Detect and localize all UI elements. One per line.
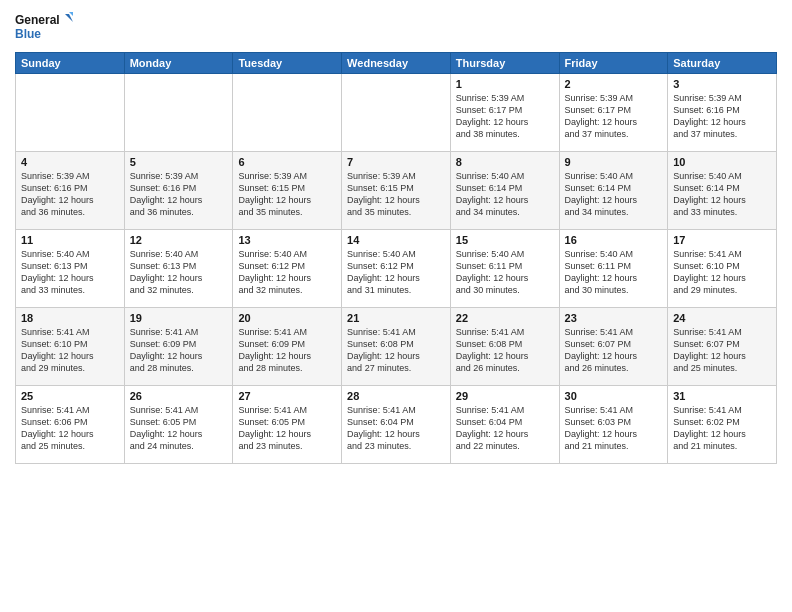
day-header-friday: Friday bbox=[559, 53, 668, 74]
week-row-5: 25Sunrise: 5:41 AM Sunset: 6:06 PM Dayli… bbox=[16, 386, 777, 464]
day-number: 1 bbox=[456, 78, 554, 90]
day-info: Sunrise: 5:41 AM Sunset: 6:03 PM Dayligh… bbox=[565, 404, 663, 453]
day-info: Sunrise: 5:41 AM Sunset: 6:09 PM Dayligh… bbox=[130, 326, 228, 375]
calendar-cell: 19Sunrise: 5:41 AM Sunset: 6:09 PM Dayli… bbox=[124, 308, 233, 386]
day-info: Sunrise: 5:41 AM Sunset: 6:07 PM Dayligh… bbox=[673, 326, 771, 375]
day-number: 10 bbox=[673, 156, 771, 168]
calendar-cell: 18Sunrise: 5:41 AM Sunset: 6:10 PM Dayli… bbox=[16, 308, 125, 386]
day-number: 13 bbox=[238, 234, 336, 246]
calendar-cell: 4Sunrise: 5:39 AM Sunset: 6:16 PM Daylig… bbox=[16, 152, 125, 230]
day-number: 23 bbox=[565, 312, 663, 324]
calendar-cell bbox=[16, 74, 125, 152]
day-number: 12 bbox=[130, 234, 228, 246]
day-info: Sunrise: 5:41 AM Sunset: 6:09 PM Dayligh… bbox=[238, 326, 336, 375]
day-info: Sunrise: 5:40 AM Sunset: 6:14 PM Dayligh… bbox=[456, 170, 554, 219]
day-number: 5 bbox=[130, 156, 228, 168]
week-row-3: 11Sunrise: 5:40 AM Sunset: 6:13 PM Dayli… bbox=[16, 230, 777, 308]
day-info: Sunrise: 5:39 AM Sunset: 6:16 PM Dayligh… bbox=[130, 170, 228, 219]
day-number: 15 bbox=[456, 234, 554, 246]
calendar-cell: 9Sunrise: 5:40 AM Sunset: 6:14 PM Daylig… bbox=[559, 152, 668, 230]
day-info: Sunrise: 5:41 AM Sunset: 6:05 PM Dayligh… bbox=[130, 404, 228, 453]
calendar-cell: 3Sunrise: 5:39 AM Sunset: 6:16 PM Daylig… bbox=[668, 74, 777, 152]
day-header-saturday: Saturday bbox=[668, 53, 777, 74]
day-number: 8 bbox=[456, 156, 554, 168]
day-info: Sunrise: 5:41 AM Sunset: 6:04 PM Dayligh… bbox=[456, 404, 554, 453]
svg-text:Blue: Blue bbox=[15, 27, 41, 41]
day-number: 4 bbox=[21, 156, 119, 168]
day-info: Sunrise: 5:41 AM Sunset: 6:05 PM Dayligh… bbox=[238, 404, 336, 453]
day-header-monday: Monday bbox=[124, 53, 233, 74]
day-number: 2 bbox=[565, 78, 663, 90]
calendar-cell: 17Sunrise: 5:41 AM Sunset: 6:10 PM Dayli… bbox=[668, 230, 777, 308]
day-info: Sunrise: 5:41 AM Sunset: 6:04 PM Dayligh… bbox=[347, 404, 445, 453]
week-row-2: 4Sunrise: 5:39 AM Sunset: 6:16 PM Daylig… bbox=[16, 152, 777, 230]
logo-svg: General Blue bbox=[15, 10, 75, 46]
day-number: 18 bbox=[21, 312, 119, 324]
week-row-4: 18Sunrise: 5:41 AM Sunset: 6:10 PM Dayli… bbox=[16, 308, 777, 386]
day-number: 14 bbox=[347, 234, 445, 246]
header-row: SundayMondayTuesdayWednesdayThursdayFrid… bbox=[16, 53, 777, 74]
day-number: 29 bbox=[456, 390, 554, 402]
day-number: 25 bbox=[21, 390, 119, 402]
calendar-cell: 26Sunrise: 5:41 AM Sunset: 6:05 PM Dayli… bbox=[124, 386, 233, 464]
week-row-1: 1Sunrise: 5:39 AM Sunset: 6:17 PM Daylig… bbox=[16, 74, 777, 152]
day-number: 9 bbox=[565, 156, 663, 168]
calendar-cell: 7Sunrise: 5:39 AM Sunset: 6:15 PM Daylig… bbox=[342, 152, 451, 230]
logo: General Blue bbox=[15, 10, 75, 46]
calendar-cell bbox=[124, 74, 233, 152]
day-info: Sunrise: 5:39 AM Sunset: 6:15 PM Dayligh… bbox=[347, 170, 445, 219]
calendar-cell: 20Sunrise: 5:41 AM Sunset: 6:09 PM Dayli… bbox=[233, 308, 342, 386]
day-number: 17 bbox=[673, 234, 771, 246]
day-number: 28 bbox=[347, 390, 445, 402]
calendar-cell: 22Sunrise: 5:41 AM Sunset: 6:08 PM Dayli… bbox=[450, 308, 559, 386]
calendar-cell: 8Sunrise: 5:40 AM Sunset: 6:14 PM Daylig… bbox=[450, 152, 559, 230]
day-number: 3 bbox=[673, 78, 771, 90]
day-info: Sunrise: 5:39 AM Sunset: 6:16 PM Dayligh… bbox=[21, 170, 119, 219]
day-info: Sunrise: 5:40 AM Sunset: 6:11 PM Dayligh… bbox=[565, 248, 663, 297]
calendar-cell: 6Sunrise: 5:39 AM Sunset: 6:15 PM Daylig… bbox=[233, 152, 342, 230]
day-number: 20 bbox=[238, 312, 336, 324]
day-number: 27 bbox=[238, 390, 336, 402]
day-info: Sunrise: 5:40 AM Sunset: 6:12 PM Dayligh… bbox=[347, 248, 445, 297]
calendar-cell: 25Sunrise: 5:41 AM Sunset: 6:06 PM Dayli… bbox=[16, 386, 125, 464]
day-number: 21 bbox=[347, 312, 445, 324]
calendar-cell: 27Sunrise: 5:41 AM Sunset: 6:05 PM Dayli… bbox=[233, 386, 342, 464]
calendar-cell: 24Sunrise: 5:41 AM Sunset: 6:07 PM Dayli… bbox=[668, 308, 777, 386]
day-info: Sunrise: 5:40 AM Sunset: 6:11 PM Dayligh… bbox=[456, 248, 554, 297]
day-info: Sunrise: 5:41 AM Sunset: 6:10 PM Dayligh… bbox=[21, 326, 119, 375]
calendar-cell: 30Sunrise: 5:41 AM Sunset: 6:03 PM Dayli… bbox=[559, 386, 668, 464]
day-number: 19 bbox=[130, 312, 228, 324]
day-info: Sunrise: 5:39 AM Sunset: 6:17 PM Dayligh… bbox=[565, 92, 663, 141]
page: General Blue SundayMondayTuesdayWednesda… bbox=[0, 0, 792, 612]
calendar-cell: 2Sunrise: 5:39 AM Sunset: 6:17 PM Daylig… bbox=[559, 74, 668, 152]
calendar-cell: 31Sunrise: 5:41 AM Sunset: 6:02 PM Dayli… bbox=[668, 386, 777, 464]
calendar-cell bbox=[233, 74, 342, 152]
day-header-wednesday: Wednesday bbox=[342, 53, 451, 74]
calendar-cell: 15Sunrise: 5:40 AM Sunset: 6:11 PM Dayli… bbox=[450, 230, 559, 308]
day-number: 24 bbox=[673, 312, 771, 324]
header: General Blue bbox=[15, 10, 777, 46]
calendar-cell: 1Sunrise: 5:39 AM Sunset: 6:17 PM Daylig… bbox=[450, 74, 559, 152]
calendar-cell: 28Sunrise: 5:41 AM Sunset: 6:04 PM Dayli… bbox=[342, 386, 451, 464]
calendar-cell: 23Sunrise: 5:41 AM Sunset: 6:07 PM Dayli… bbox=[559, 308, 668, 386]
day-info: Sunrise: 5:40 AM Sunset: 6:12 PM Dayligh… bbox=[238, 248, 336, 297]
day-header-sunday: Sunday bbox=[16, 53, 125, 74]
svg-text:General: General bbox=[15, 13, 60, 27]
calendar-cell bbox=[342, 74, 451, 152]
calendar-cell: 11Sunrise: 5:40 AM Sunset: 6:13 PM Dayli… bbox=[16, 230, 125, 308]
calendar-cell: 29Sunrise: 5:41 AM Sunset: 6:04 PM Dayli… bbox=[450, 386, 559, 464]
day-info: Sunrise: 5:41 AM Sunset: 6:06 PM Dayligh… bbox=[21, 404, 119, 453]
day-info: Sunrise: 5:40 AM Sunset: 6:13 PM Dayligh… bbox=[21, 248, 119, 297]
day-number: 22 bbox=[456, 312, 554, 324]
calendar-cell: 5Sunrise: 5:39 AM Sunset: 6:16 PM Daylig… bbox=[124, 152, 233, 230]
day-number: 11 bbox=[21, 234, 119, 246]
day-number: 26 bbox=[130, 390, 228, 402]
calendar-cell: 21Sunrise: 5:41 AM Sunset: 6:08 PM Dayli… bbox=[342, 308, 451, 386]
day-number: 6 bbox=[238, 156, 336, 168]
day-info: Sunrise: 5:40 AM Sunset: 6:13 PM Dayligh… bbox=[130, 248, 228, 297]
calendar-cell: 14Sunrise: 5:40 AM Sunset: 6:12 PM Dayli… bbox=[342, 230, 451, 308]
day-number: 30 bbox=[565, 390, 663, 402]
day-number: 7 bbox=[347, 156, 445, 168]
calendar-cell: 16Sunrise: 5:40 AM Sunset: 6:11 PM Dayli… bbox=[559, 230, 668, 308]
day-info: Sunrise: 5:40 AM Sunset: 6:14 PM Dayligh… bbox=[673, 170, 771, 219]
